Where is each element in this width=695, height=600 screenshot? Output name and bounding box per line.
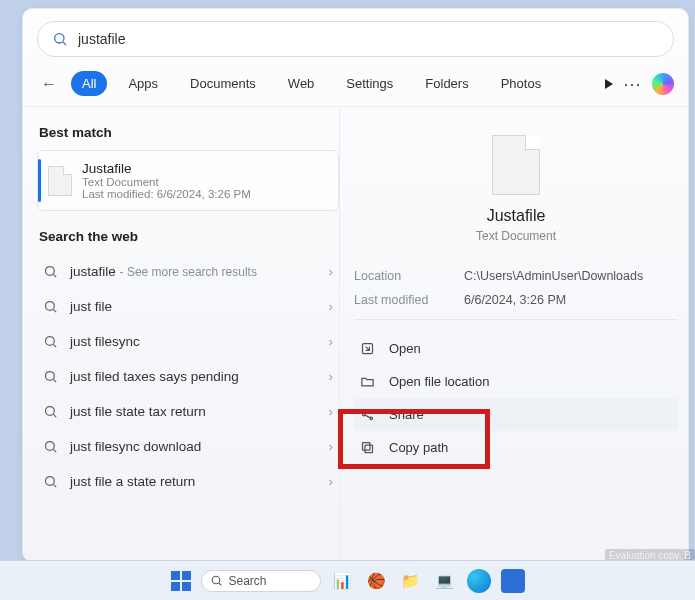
svg-point-8 [46, 372, 55, 381]
svg-point-0 [55, 34, 64, 43]
svg-point-17 [363, 413, 366, 416]
open-action[interactable]: Open [354, 332, 678, 365]
web-suggestion[interactable]: just filesync download› [37, 429, 339, 464]
copy-icon [360, 440, 375, 455]
preview-pane: Justafile Text Document LocationC:\Users… [339, 107, 688, 561]
filter-all[interactable]: All [71, 71, 107, 96]
preview-kind: Text Document [354, 229, 678, 243]
svg-rect-20 [365, 445, 373, 453]
best-match-heading: Best match [39, 125, 337, 140]
chevron-right-icon: › [329, 439, 334, 454]
svg-point-19 [370, 417, 373, 420]
chevron-right-icon: › [329, 369, 334, 384]
best-match-name: Justafile [82, 161, 251, 176]
taskbar: Search 📊 🏀 📁 💻 [0, 560, 695, 600]
svg-point-18 [370, 410, 373, 413]
start-button[interactable] [171, 571, 191, 591]
best-match-modified: Last modified: 6/6/2024, 3:26 PM [82, 188, 251, 200]
folder-icon [360, 374, 375, 389]
taskbar-app-icon[interactable]: 📁 [399, 569, 423, 593]
search-icon [43, 439, 58, 454]
copilot-icon[interactable] [652, 73, 674, 95]
svg-line-3 [53, 274, 56, 277]
taskbar-app-icon[interactable]: 💻 [433, 569, 457, 593]
search-icon [210, 574, 223, 587]
search-icon [43, 404, 58, 419]
filter-apps[interactable]: Apps [117, 71, 169, 96]
web-suggestion[interactable]: just file› [37, 289, 339, 324]
search-icon [43, 264, 58, 279]
location-label: Location [354, 269, 444, 283]
svg-line-5 [53, 309, 56, 312]
chevron-right-icon: › [329, 299, 334, 314]
open-location-action[interactable]: Open file location [354, 365, 678, 398]
web-suggestion[interactable]: justafile - See more search results › [37, 254, 339, 289]
svg-point-12 [46, 442, 55, 451]
filter-photos[interactable]: Photos [490, 71, 552, 96]
svg-line-7 [53, 344, 56, 347]
open-icon [360, 341, 375, 356]
play-icon[interactable] [605, 79, 613, 89]
svg-point-4 [46, 302, 55, 311]
svg-line-13 [53, 449, 56, 452]
filter-row: ← All Apps Documents Web Settings Folder… [23, 65, 688, 107]
share-icon [360, 407, 375, 422]
taskbar-store-icon[interactable] [501, 569, 525, 593]
preview-title: Justafile [354, 207, 678, 225]
document-icon [48, 166, 72, 196]
taskbar-edge-icon[interactable] [467, 569, 491, 593]
chevron-right-icon: › [329, 404, 334, 419]
search-bar[interactable] [37, 21, 674, 57]
svg-point-6 [46, 337, 55, 346]
svg-point-10 [46, 407, 55, 416]
taskbar-app-icon[interactable]: 📊 [331, 569, 355, 593]
web-suggestion[interactable]: just filesync› [37, 324, 339, 359]
filter-documents[interactable]: Documents [179, 71, 267, 96]
location-value: C:\Users\AdminUser\Downloads [464, 269, 643, 283]
web-suggestion[interactable]: just filed taxes says pending› [37, 359, 339, 394]
search-icon [43, 474, 58, 489]
search-icon [43, 369, 58, 384]
svg-line-15 [53, 484, 56, 487]
best-match-result[interactable]: Justafile Text Document Last modified: 6… [37, 150, 339, 211]
best-match-kind: Text Document [82, 176, 251, 188]
copy-path-action[interactable]: Copy path [354, 431, 678, 464]
filter-web[interactable]: Web [277, 71, 326, 96]
svg-line-9 [53, 379, 56, 382]
chevron-right-icon: › [329, 474, 334, 489]
chevron-right-icon: › [329, 334, 334, 349]
more-icon[interactable]: ⋯ [623, 73, 642, 95]
web-suggestion[interactable]: just file state tax return› [37, 394, 339, 429]
search-icon [43, 299, 58, 314]
share-action[interactable]: Share [354, 398, 678, 431]
document-icon [492, 135, 540, 195]
filter-settings[interactable]: Settings [335, 71, 404, 96]
search-input[interactable] [78, 31, 659, 47]
svg-line-1 [63, 42, 66, 45]
search-panel: ← All Apps Documents Web Settings Folder… [22, 8, 689, 562]
svg-rect-21 [363, 443, 371, 451]
results-list: Best match Justafile Text Document Last … [23, 107, 339, 561]
modified-label: Last modified [354, 293, 444, 307]
chevron-right-icon: › [329, 264, 334, 279]
modified-value: 6/6/2024, 3:26 PM [464, 293, 566, 307]
web-suggestion[interactable]: just file a state return› [37, 464, 339, 499]
search-icon [43, 334, 58, 349]
svg-point-2 [46, 267, 55, 276]
search-web-heading: Search the web [39, 229, 337, 244]
svg-line-23 [219, 583, 221, 585]
back-arrow-icon[interactable]: ← [37, 75, 61, 93]
search-icon [52, 31, 68, 47]
taskbar-search[interactable]: Search [201, 570, 321, 592]
svg-point-14 [46, 477, 55, 486]
taskbar-app-icon[interactable]: 🏀 [365, 569, 389, 593]
svg-point-22 [212, 576, 220, 584]
svg-line-11 [53, 414, 56, 417]
filter-folders[interactable]: Folders [414, 71, 479, 96]
